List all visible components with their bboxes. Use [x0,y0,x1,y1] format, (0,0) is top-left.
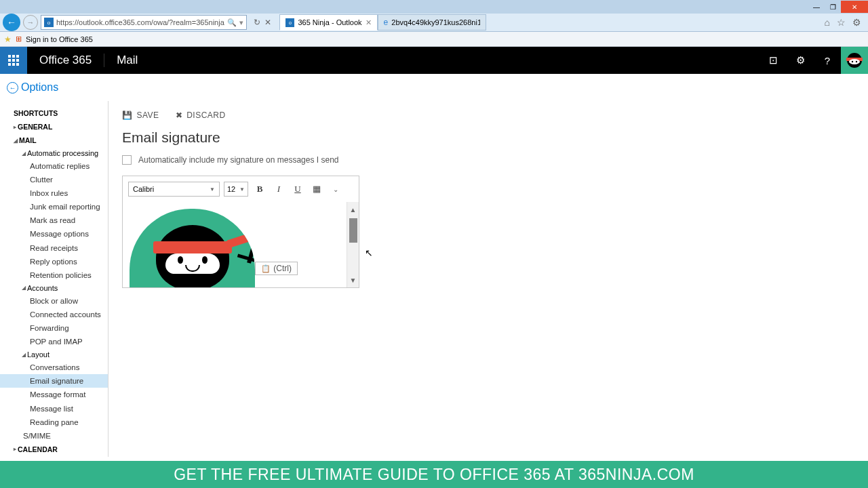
options-breadcrumb: ← Options [0,74,868,101]
main-area: SHORTCUTS ▸GENERAL ◢MAIL ◢Automatic proc… [0,101,868,457]
svg-point-4 [856,61,857,62]
tab-label: 2bvq4c49kky971kus268ni13.wp... [391,18,479,26]
outlook-favicon-icon: o [44,18,54,27]
page-title: Email signature [122,129,854,146]
settings-icon[interactable]: ⚙ [787,47,814,74]
nav-back-button[interactable]: ← [3,14,20,31]
back-arrow-icon: ← [7,82,18,94]
sidebar-automatic-processing[interactable]: ◢Automatic processing [14,147,108,159]
sidebar-people[interactable]: ▸PEOPLE [14,456,108,457]
sidebar-item-connected-accounts[interactable]: Connected accounts [14,308,108,321]
sidebar-item-email-signature[interactable]: Email signature [0,374,108,388]
options-sidebar: SHORTCUTS ▸GENERAL ◢MAIL ◢Automatic proc… [0,101,108,457]
sidebar-item-reading-pane[interactable]: Reading pane [14,415,108,429]
more-formatting-button[interactable]: ⌄ [328,182,343,196]
sidebar-item-message-list[interactable]: Message list [14,402,108,415]
window-titlebar: — ❐ ✕ [0,0,868,14]
svg-point-2 [849,59,860,64]
window-minimize[interactable]: — [808,1,825,13]
translate-icon[interactable]: ⊡ [760,47,787,74]
star-icon: ★ [4,35,12,44]
save-icon: 💾 [122,110,133,120]
ninja-image [130,209,255,287]
editor-toolbar: Calibri▼ 12▼ B I U ▦ ⌄ [123,176,359,202]
favorite-link[interactable]: Sign in to Office 365 [26,35,93,43]
nav-forward-button[interactable]: → [23,15,38,30]
office-icon: ⊞ [16,35,22,43]
sidebar-accounts[interactable]: ◢Accounts [14,282,108,294]
sidebar-item-inbox-rules[interactable]: Inbox rules [14,186,108,200]
auto-include-label: Automatically include my signature on me… [138,155,338,165]
window-maximize[interactable]: ❐ [825,1,841,13]
sidebar-item-conversations[interactable]: Conversations [14,361,108,374]
office-header: Office 365 Mail ⊡ ⚙ ? [0,47,868,74]
discard-icon: ✖ [176,110,183,120]
favorites-icon[interactable]: ☆ [837,17,846,28]
app-name-label: Mail [104,54,150,67]
sidebar-item-junk-email-reporting[interactable]: Junk email reporting [14,200,108,214]
browser-toolbar: ← → o https://outlook.office365.com/owa/… [0,14,868,32]
auto-include-row: Automatically include my signature on me… [122,155,854,165]
content-area: 💾 SAVE ✖ DISCARD Email signature Automat… [108,101,868,457]
tab-close-icon[interactable]: ✕ [366,18,372,27]
home-icon[interactable]: ⌂ [825,17,830,28]
bold-button[interactable]: B [252,182,267,196]
tools-icon[interactable]: ⚙ [852,17,861,28]
help-icon[interactable]: ? [814,47,841,74]
sidebar-shortcuts[interactable]: SHORTCUTS [14,106,108,120]
browser-tab-1[interactable]: o 365 Ninja - Outlook ✕ [279,14,377,30]
underline-button[interactable]: U [290,182,305,196]
dropdown-icon[interactable]: ▾ [239,18,243,27]
chevron-down-icon: ▼ [210,186,215,192]
favorites-bar: ★ ⊞ Sign in to Office 365 [0,32,868,47]
discard-button[interactable]: ✖ DISCARD [176,110,226,120]
font-select[interactable]: Calibri▼ [128,182,220,197]
sidebar-calendar[interactable]: ▸CALENDAR [14,443,108,456]
editor-body[interactable]: 📋 (Ctrl) ▲ ▼ [123,202,359,287]
chevron-down-icon: ▼ [239,186,245,192]
options-back-link[interactable]: ← Options [7,81,58,94]
sidebar-item-message-options[interactable]: Message options [14,227,108,241]
table-button[interactable]: ▦ [309,182,324,196]
brand-label[interactable]: Office 365 [27,54,104,67]
user-avatar[interactable] [841,47,868,74]
scroll-up-button[interactable]: ▲ [347,202,359,217]
clipboard-icon: 📋 [261,264,271,273]
browser-tab-2[interactable]: e 2bvq4c49kky971kus268ni13.wp... [378,14,486,30]
address-bar[interactable]: o https://outlook.office365.com/owa/?rea… [41,15,247,30]
sidebar-item-automatic-replies[interactable]: Automatic replies [14,159,108,173]
signature-editor: Calibri▼ 12▼ B I U ▦ ⌄ [122,176,359,288]
app-launcher-button[interactable] [0,47,27,74]
sidebar-item-clutter[interactable]: Clutter [14,173,108,186]
paste-options-button[interactable]: 📋 (Ctrl) [255,262,298,275]
auto-include-checkbox[interactable] [122,155,132,165]
sidebar-general[interactable]: ▸GENERAL [14,120,108,134]
scroll-down-button[interactable]: ▼ [347,272,359,287]
scroll-thumb[interactable] [349,218,357,243]
editor-scrollbar: ▲ ▼ [347,202,359,287]
url-text: https://outlook.office365.com/owa/?realm… [56,18,224,26]
sidebar-item-message-format[interactable]: Message format [14,388,108,401]
sidebar-item-pop-imap[interactable]: POP and IMAP [14,335,108,348]
promo-banner: GET THE FREE ULTIMATE GUIDE TO OFFICE 36… [0,461,868,488]
waffle-icon [8,55,19,66]
font-size-select[interactable]: 12▼ [224,182,248,197]
browser-tabs: o 365 Ninja - Outlook ✕ e 2bvq4c49kky971… [279,14,486,30]
ie-icon: e [384,18,389,27]
search-icon[interactable]: 🔍 [227,18,237,27]
sidebar-item-reply-options[interactable]: Reply options [14,255,108,268]
refresh-button[interactable]: ↻ ✕ [250,18,276,27]
sidebar-item-smime[interactable]: S/MIME [14,429,108,443]
sidebar-item-mark-as-read[interactable]: Mark as read [14,214,108,227]
save-button[interactable]: 💾 SAVE [122,110,159,120]
sidebar-item-retention-policies[interactable]: Retention policies [14,268,108,282]
signature-canvas[interactable]: 📋 (Ctrl) [123,202,347,287]
sidebar-mail[interactable]: ◢MAIL [14,134,108,147]
sidebar-item-forwarding[interactable]: Forwarding [14,321,108,335]
italic-button[interactable]: I [271,182,286,196]
sidebar-layout[interactable]: ◢Layout [14,348,108,361]
window-close[interactable]: ✕ [841,1,868,13]
svg-point-3 [852,61,853,62]
sidebar-item-block-or-allow[interactable]: Block or allow [14,294,108,308]
sidebar-item-read-receipts[interactable]: Read receipts [14,241,108,255]
